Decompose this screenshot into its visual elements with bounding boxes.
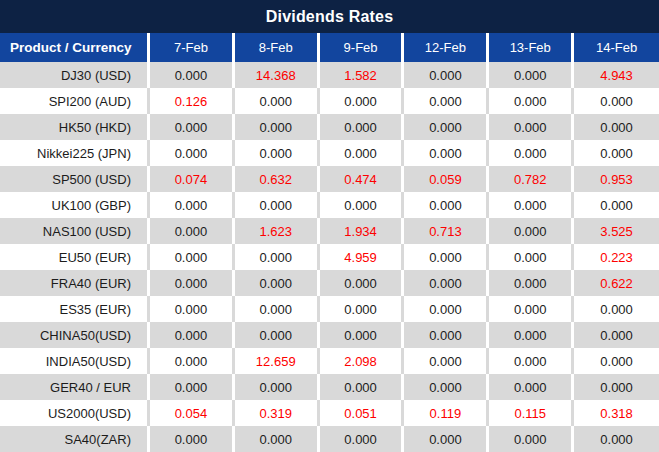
product-cell: DJ30 (USD) bbox=[0, 62, 150, 88]
dividend-value-cell: 0.000 bbox=[489, 374, 574, 400]
table-row: GER40 / EUR0.0000.0000.0000.0000.0000.00… bbox=[0, 374, 659, 400]
dividends-rates-page: Dividends Rates Product / Currency 7-Feb… bbox=[0, 0, 659, 452]
product-cell: INDIA50(USD) bbox=[0, 348, 150, 374]
dividend-value-cell: 0.000 bbox=[404, 88, 489, 114]
dividend-value-cell: 0.000 bbox=[489, 426, 574, 452]
title-banner: Dividends Rates bbox=[0, 0, 659, 33]
dividend-value-cell: 0.000 bbox=[320, 426, 405, 452]
table-row: Nikkei225 (JPN)0.0000.0000.0000.0000.000… bbox=[0, 140, 659, 166]
dividend-value-cell: 0.782 bbox=[489, 166, 574, 192]
dividend-value-cell: 1.582 bbox=[320, 62, 405, 88]
product-cell: HK50 (HKD) bbox=[0, 114, 150, 140]
dividend-value-cell: 0.000 bbox=[320, 322, 405, 348]
product-cell: ES35 (EUR) bbox=[0, 296, 150, 322]
dividend-value-cell: 0.000 bbox=[574, 114, 659, 140]
dividend-value-cell: 0.953 bbox=[574, 166, 659, 192]
dividend-value-cell: 0.000 bbox=[489, 192, 574, 218]
product-cell: SP500 (USD) bbox=[0, 166, 150, 192]
dividend-value-cell: 0.000 bbox=[404, 322, 489, 348]
dividend-value-cell: 0.000 bbox=[574, 140, 659, 166]
column-header-date: 12-Feb bbox=[404, 33, 489, 62]
dividend-value-cell: 0.000 bbox=[150, 140, 235, 166]
dividend-value-cell: 0.000 bbox=[150, 322, 235, 348]
dividend-value-cell: 0.000 bbox=[404, 192, 489, 218]
dividend-value-cell: 0.051 bbox=[320, 400, 405, 426]
dividend-value-cell: 0.000 bbox=[489, 88, 574, 114]
dividend-value-cell: 0.223 bbox=[574, 244, 659, 270]
dividend-value-cell: 0.000 bbox=[404, 62, 489, 88]
dividend-value-cell: 0.000 bbox=[235, 296, 320, 322]
product-cell: NAS100 (USD) bbox=[0, 218, 150, 244]
product-cell: FRA40 (EUR) bbox=[0, 270, 150, 296]
dividend-value-cell: 0.000 bbox=[574, 296, 659, 322]
dividend-value-cell: 0.000 bbox=[574, 192, 659, 218]
dividend-value-cell: 0.000 bbox=[489, 140, 574, 166]
dividend-value-cell: 0.000 bbox=[574, 322, 659, 348]
table-row: SPI200 (AUD)0.1260.0000.0000.0000.0000.0… bbox=[0, 88, 659, 114]
dividend-value-cell: 0.000 bbox=[574, 374, 659, 400]
dividends-table-body: DJ30 (USD)0.00014.3681.5820.0000.0004.94… bbox=[0, 62, 659, 452]
table-row: FRA40 (EUR)0.0000.0000.0000.0000.0000.62… bbox=[0, 270, 659, 296]
dividend-value-cell: 0.000 bbox=[150, 192, 235, 218]
dividend-value-cell: 0.000 bbox=[574, 426, 659, 452]
dividend-value-cell: 0.000 bbox=[150, 270, 235, 296]
dividend-value-cell: 0.000 bbox=[489, 296, 574, 322]
dividend-value-cell: 0.000 bbox=[235, 270, 320, 296]
table-row: INDIA50(USD)0.00012.6592.0980.0000.0000.… bbox=[0, 348, 659, 374]
product-cell: Nikkei225 (JPN) bbox=[0, 140, 150, 166]
dividend-value-cell: 0.000 bbox=[235, 192, 320, 218]
dividend-value-cell: 0.119 bbox=[404, 400, 489, 426]
dividend-value-cell: 0.000 bbox=[150, 296, 235, 322]
dividend-value-cell: 0.622 bbox=[574, 270, 659, 296]
product-cell: SPI200 (AUD) bbox=[0, 88, 150, 114]
dividend-value-cell: 0.318 bbox=[574, 400, 659, 426]
dividend-value-cell: 0.059 bbox=[404, 166, 489, 192]
dividend-value-cell: 0.000 bbox=[150, 244, 235, 270]
dividend-value-cell: 1.623 bbox=[235, 218, 320, 244]
dividend-value-cell: 0.000 bbox=[150, 348, 235, 374]
column-header-date: 13-Feb bbox=[489, 33, 574, 62]
dividend-value-cell: 1.934 bbox=[320, 218, 405, 244]
dividend-value-cell: 0.000 bbox=[235, 140, 320, 166]
table-header-row: Product / Currency 7-Feb 8-Feb 9-Feb 12-… bbox=[0, 33, 659, 62]
dividend-value-cell: 0.000 bbox=[235, 114, 320, 140]
column-header-date: 7-Feb bbox=[150, 33, 235, 62]
dividend-value-cell: 3.525 bbox=[574, 218, 659, 244]
column-header-date: 8-Feb bbox=[235, 33, 320, 62]
dividend-value-cell: 0.000 bbox=[404, 426, 489, 452]
dividend-value-cell: 0.126 bbox=[150, 88, 235, 114]
dividend-value-cell: 0.000 bbox=[235, 426, 320, 452]
dividend-value-cell: 0.000 bbox=[235, 244, 320, 270]
dividend-value-cell: 0.000 bbox=[489, 62, 574, 88]
dividend-value-cell: 0.000 bbox=[489, 244, 574, 270]
dividend-value-cell: 0.000 bbox=[404, 270, 489, 296]
dividend-value-cell: 0.319 bbox=[235, 400, 320, 426]
dividend-value-cell: 0.632 bbox=[235, 166, 320, 192]
dividend-value-cell: 2.098 bbox=[320, 348, 405, 374]
table-row: UK100 (GBP)0.0000.0000.0000.0000.0000.00… bbox=[0, 192, 659, 218]
dividend-value-cell: 0.000 bbox=[404, 348, 489, 374]
page-title: Dividends Rates bbox=[266, 8, 393, 26]
dividend-value-cell: 0.000 bbox=[320, 270, 405, 296]
table-row: HK50 (HKD)0.0000.0000.0000.0000.0000.000 bbox=[0, 114, 659, 140]
dividend-value-cell: 0.000 bbox=[150, 374, 235, 400]
table-row: EU50 (EUR)0.0000.0004.9590.0000.0000.223 bbox=[0, 244, 659, 270]
product-cell: CHINA50(USD) bbox=[0, 322, 150, 348]
product-cell: UK100 (GBP) bbox=[0, 192, 150, 218]
dividend-value-cell: 0.000 bbox=[320, 140, 405, 166]
dividend-value-cell: 0.000 bbox=[150, 62, 235, 88]
dividend-value-cell: 0.000 bbox=[489, 270, 574, 296]
dividend-value-cell: 0.000 bbox=[489, 114, 574, 140]
dividend-value-cell: 0.000 bbox=[320, 192, 405, 218]
product-cell: GER40 / EUR bbox=[0, 374, 150, 400]
dividend-value-cell: 0.000 bbox=[235, 322, 320, 348]
dividend-value-cell: 0.000 bbox=[320, 88, 405, 114]
table-row: ES35 (EUR)0.0000.0000.0000.0000.0000.000 bbox=[0, 296, 659, 322]
dividend-value-cell: 0.000 bbox=[404, 114, 489, 140]
product-cell: EU50 (EUR) bbox=[0, 244, 150, 270]
dividend-value-cell: 0.000 bbox=[150, 114, 235, 140]
table-row: US2000(USD)0.0540.3190.0510.1190.1150.31… bbox=[0, 400, 659, 426]
dividend-value-cell: 0.000 bbox=[574, 348, 659, 374]
table-row: DJ30 (USD)0.00014.3681.5820.0000.0004.94… bbox=[0, 62, 659, 88]
dividends-table: Product / Currency 7-Feb 8-Feb 9-Feb 12-… bbox=[0, 33, 659, 452]
